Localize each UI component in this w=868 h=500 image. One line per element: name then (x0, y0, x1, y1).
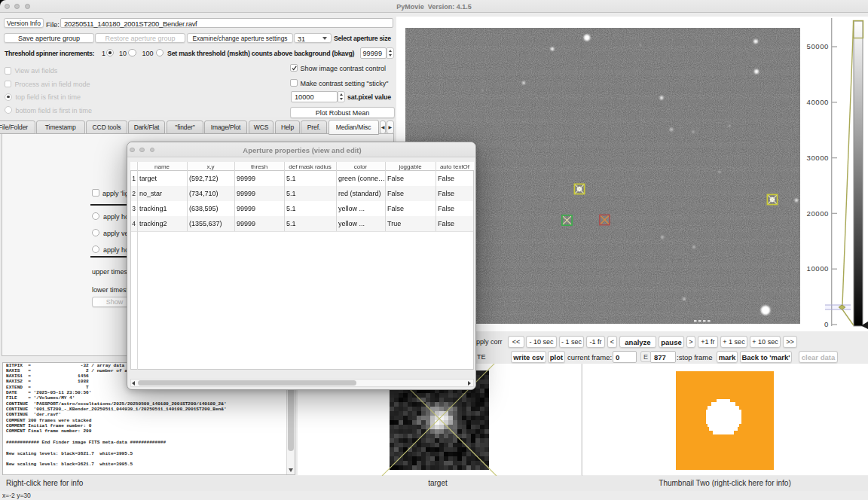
svg-text:30000: 30000 (807, 154, 829, 162)
svg-text:40000: 40000 (807, 98, 829, 106)
svg-text:20000: 20000 (807, 209, 829, 218)
svg-text:0: 0 (824, 320, 829, 328)
svg-text:10000: 10000 (807, 264, 829, 273)
svg-text:50000: 50000 (807, 42, 829, 50)
